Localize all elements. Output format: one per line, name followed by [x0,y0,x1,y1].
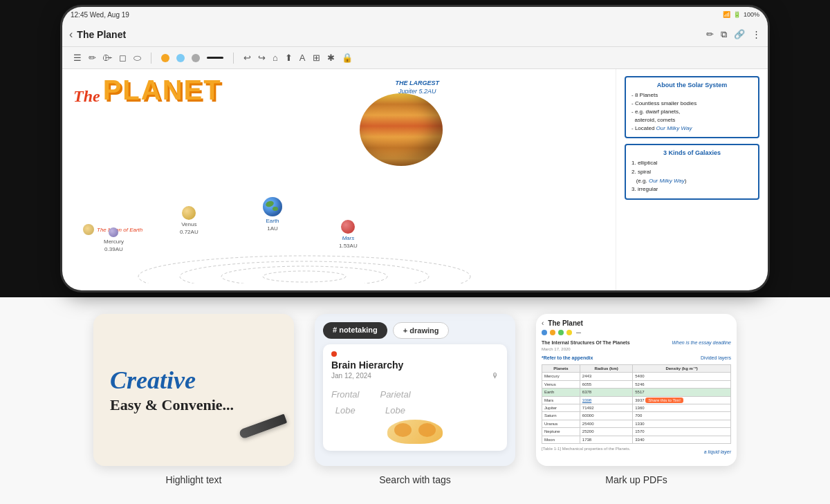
feature-search-tags: # notetaking + drawing Brain Hierarchy J… [315,314,515,485]
eraser-icon[interactable]: ◻ [119,53,127,63]
grid2-icon[interactable]: ⊞ [313,53,320,63]
pdf-refer-row: *Refer to the appendix Divided layers [542,355,731,362]
pdf-color-yellow[interactable] [566,330,572,335]
tag-notetaking[interactable]: # notetaking [323,322,387,339]
pen-icon[interactable]: ✏ [89,53,96,63]
link-icon[interactable]: 🔗 [734,29,745,39]
pdf-doc-title: The Internal Structures Of The Planets [542,339,630,346]
pdf-color-orange[interactable] [550,330,555,335]
home-icon[interactable]: ⌂ [273,53,278,63]
color-orange[interactable] [161,54,169,62]
stylus [239,413,288,439]
top-bar-icons: ✏ ⧉ 🔗 ⋮ [706,29,761,40]
table-row: Mercury24435400 [542,373,731,380]
galaxies-title: 3 Kinds of Galaxies [631,149,753,156]
orbit-lines [97,228,512,283]
galaxies-box: 3 Kinds of Galaxies 1. elliptical 2. spi… [625,144,759,200]
pdf-back-button[interactable]: ‹ [542,319,544,327]
pdf-color-green[interactable] [558,330,564,335]
lock-icon[interactable]: 🔒 [342,53,353,63]
planet-title: The PLANET [73,75,222,106]
back-button[interactable]: ‹ [69,28,73,41]
tablet-wrapper: 12:45 Wed, Aug 19 📶 🔋 100% ‹ The Planet … [0,0,830,297]
liquid-layer-text: a liquid layer [704,449,731,456]
easy-text: Easy & Convenie... [110,396,234,414]
redo-icon[interactable]: ↪ [258,53,266,63]
table-row: Neptune252001570 [542,428,731,436]
text-icon[interactable]: A [299,53,306,63]
solar-system-title: About the Solar System [631,82,753,88]
shape-icon[interactable]: ⬭ [133,53,141,64]
highlight-text-label: Highlight text [166,474,222,485]
color-blue[interactable] [176,54,185,62]
more-icon[interactable]: ⋮ [752,29,761,39]
color-gray[interactable] [192,54,200,62]
solar-item-3: - e.g. dwarf planets, [631,108,753,116]
note-title: The Planet [77,29,706,40]
table-row: Uranus254001330 [542,420,731,427]
svg-point-2 [221,266,387,283]
tag-drawing[interactable]: + drawing [393,322,450,339]
status-right: 📶 🔋 100% [723,11,759,18]
canvas-area: The PLANET THE LARGEST Jupiter 5.2AU The… [62,69,768,290]
galaxies-item-4: 3. irregular [631,185,753,194]
table-caption: [Table 1-1] Mechanical properties of the… [542,446,630,456]
parietal-lobe: Parietal Lobe [380,384,410,416]
cards-section: Creative Easy & Convenie... Highlight te… [0,297,830,504]
pdf-content: The Internal Structures Of The Planets M… [542,339,731,456]
feature-markup-pdfs: ‹ The Planet — The Internal Structures O… [536,314,737,485]
divided-text: Divided layers [701,355,731,362]
battery-icon: 🔋 [733,11,741,18]
card-pdf-preview: ‹ The Planet — The Internal Structures O… [536,314,737,466]
pdf-footer: [Table 1-1] Mechanical properties of the… [542,446,731,456]
status-bar: 12:45 Wed, Aug 19 📶 🔋 100% [62,7,768,22]
divider2 [233,53,234,64]
title-planet: PLANET [103,75,222,106]
table-row: Jupiter714921360 [542,404,731,411]
status-time: 12:45 Wed, Aug 19 [71,11,129,19]
search-tags-label: Search with tags [379,474,451,485]
solar-item-2: - Countless smaller bodies [631,100,753,108]
pdf-color-blue[interactable] [542,330,547,335]
pen-thickness[interactable] [207,57,223,59]
star-icon[interactable]: ✱ [327,53,335,63]
solar-system-box: About the Solar System - 8 Planets - Cou… [625,76,759,138]
svg-point-3 [263,271,346,282]
top-bar: ‹ The Planet ✏ ⧉ 🔗 ⋮ [62,22,768,47]
mercury-planet: Mercury 0.39AU [104,227,124,252]
pdf-top-bar: ‹ The Planet [542,319,731,327]
layout-icon[interactable]: ⧉ [721,29,727,40]
svg-point-0 [138,256,470,283]
table-row: Venus60555246 [542,380,731,388]
col-planets: Planets [542,364,580,372]
pdf-toolbar: — [542,330,731,335]
col-density: Density (kg m⁻³) [633,364,731,372]
lobe-row: Frontal Lobe Parietal Lobe [331,384,499,416]
note-indicator [331,351,337,357]
undo-icon[interactable]: ↩ [243,53,251,63]
earth-planet: Earth 1AU [263,197,282,232]
highlighter-icon[interactable]: ⌱ [103,53,112,63]
solar-item-4: asteroid, comets [631,116,753,124]
pdf-doc-date: March 17, 2020 [542,346,630,352]
edit-icon[interactable]: ✏ [706,29,714,39]
refer-text: *Refer to the appendix [542,355,593,362]
search-note-card: Brain Hierarchy Jan 12, 2024 🎙 Frontal L… [323,344,507,451]
venus-planet: Venus 0.72AU [180,206,199,235]
brain-illustration [331,420,499,444]
pdf-toolbar-icon[interactable]: — [576,330,581,335]
mars-planet: Mars 1.53AU [339,220,358,249]
note-card-date: Jan 12, 2024 🎙 [331,372,499,380]
title-the: The [73,87,100,106]
pdf-annotation: When is the essay deadline [672,339,731,346]
galaxies-item-3: (e.g. Our Milky Way) [631,177,753,186]
card-highlight-preview: Creative Easy & Convenie... [93,314,294,466]
jupiter-planet [360,93,443,166]
share-badge: Share this to Tim! [645,398,683,403]
upload-icon[interactable]: ⬆ [285,53,293,63]
note-card-title: Brain Hierarchy [331,360,499,371]
col-radius: Radius (km) [580,364,632,372]
mic-icon: 🎙 [492,372,499,380]
grid-icon[interactable]: ☰ [73,53,82,63]
toolbar: ☰ ✏ ⌱ ◻ ⬭ ↩ ↪ ⌂ ⬆ A ⊞ ✱ 🔒 [62,47,768,69]
